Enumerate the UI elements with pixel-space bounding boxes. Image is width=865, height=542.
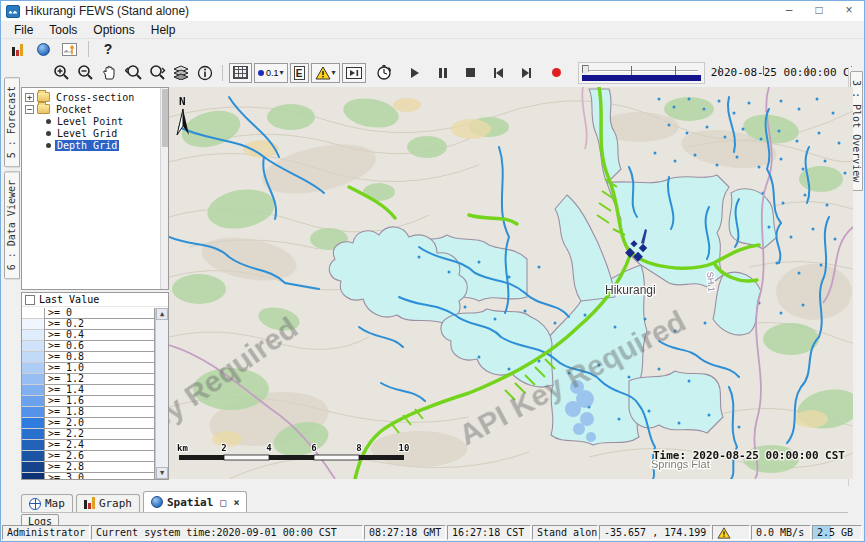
elevation-button[interactable]: E xyxy=(290,63,309,83)
zoom-in-icon[interactable] xyxy=(50,63,72,83)
tree-label[interactable]: Level Point xyxy=(55,116,125,127)
collapse-icon[interactable]: − xyxy=(25,105,34,114)
skip-end-button[interactable] xyxy=(516,63,538,83)
tree-row-level-point[interactable]: Level Point xyxy=(22,115,168,127)
tab-data-viewer[interactable]: 6 : Data Viewer xyxy=(4,171,20,279)
tab-spatial[interactable]: Spatial □ × xyxy=(143,491,247,512)
tab-close-icon[interactable]: × xyxy=(233,497,239,508)
node-bullet-icon xyxy=(46,119,51,124)
tree-row-level-grid[interactable]: Level Grid xyxy=(22,127,168,139)
map-canvas[interactable]: API Key Required API Key Required Hikura… xyxy=(169,87,853,479)
layer-tree-panel: + Cross-section − Pocket Level Point Lev… xyxy=(21,87,169,290)
skip-start-button[interactable] xyxy=(488,63,510,83)
tree-label-selected[interactable]: Depth Grid xyxy=(55,140,119,151)
tab-forecast[interactable]: 5 : Forecast xyxy=(4,77,20,167)
tree-scrollbar[interactable] xyxy=(160,88,168,289)
grid-layer-button[interactable] xyxy=(229,63,252,83)
maximize-button[interactable]: □ xyxy=(804,1,834,21)
close-button[interactable]: × xyxy=(834,1,864,21)
play-button[interactable] xyxy=(404,63,426,83)
scale-tick: 8 xyxy=(356,443,361,453)
timeline-slider[interactable] xyxy=(578,62,705,84)
animation-clock-icon[interactable] xyxy=(374,63,396,83)
scroll-down-icon[interactable]: ▼ xyxy=(156,467,168,479)
legend-scrollbar[interactable]: ▲ ▼ xyxy=(155,308,168,479)
legend-swatch xyxy=(22,462,44,473)
chart-glyph xyxy=(62,43,77,56)
legend-entry: >= 1.4 xyxy=(22,385,155,396)
timeseries-display-icon[interactable] xyxy=(58,40,80,58)
legend-entry: >= 2.4 xyxy=(22,440,155,451)
scale-tick: 4 xyxy=(266,443,272,453)
status-mode: Stand alone xyxy=(532,525,598,540)
status-gmt-time: 08:27:18 GMT xyxy=(364,525,446,540)
warning-dropdown[interactable]: ▾ xyxy=(311,63,340,83)
minimize-button[interactable]: – xyxy=(774,1,804,21)
chevron-down-icon: ▾ xyxy=(332,68,336,77)
threshold-dropdown[interactable]: 0.1 ▾ xyxy=(254,63,288,83)
legend-entry: >= 2.2 xyxy=(22,429,155,440)
tree-label[interactable]: Pocket xyxy=(54,104,94,115)
tree-scroll-thumb[interactable] xyxy=(162,89,168,147)
stop-button[interactable] xyxy=(460,63,482,83)
scale-tick: 6 xyxy=(311,443,316,453)
map-time-label: Time: 2020-08-25 00:00:00 CST xyxy=(653,449,845,462)
window-title: Hikurangi FEWS (Stand alone) xyxy=(25,4,189,18)
menu-options[interactable]: Options xyxy=(85,23,142,37)
status-warning-cell[interactable] xyxy=(712,525,750,540)
spatial-tab-icon xyxy=(151,496,163,508)
tab-graph[interactable]: Graph xyxy=(76,494,140,512)
pause-button[interactable] xyxy=(432,63,454,83)
road-label: SH 1 xyxy=(705,271,717,292)
help-icon[interactable]: ? xyxy=(97,40,119,58)
zoom-out-icon[interactable] xyxy=(74,63,96,83)
main-toolbar: ? xyxy=(2,39,863,59)
tab-spatial-label: Spatial xyxy=(167,496,213,509)
toolbar-separator xyxy=(222,65,223,81)
expand-icon[interactable]: + xyxy=(25,93,34,102)
pan-icon[interactable] xyxy=(98,63,120,83)
menu-bar: File Tools Options Help xyxy=(2,21,863,39)
legend-entry: >= 1.6 xyxy=(22,396,155,407)
map-display-icon[interactable] xyxy=(32,40,54,58)
north-label: N xyxy=(179,95,186,108)
menu-file[interactable]: File xyxy=(6,23,41,37)
legend-entry: >= 2.8 xyxy=(22,462,155,473)
tree-label[interactable]: Level Grid xyxy=(55,128,119,139)
left-tab-strip: 5 : Forecast 6 : Data Viewer xyxy=(2,75,21,486)
scale-tick: 10 xyxy=(399,443,410,453)
legend-entry: >= 1.2 xyxy=(22,374,155,385)
info-icon[interactable] xyxy=(194,63,216,83)
status-system-time: Current system time:2020-09-01 00:00 CST xyxy=(91,525,363,540)
status-bar: Administrator Current system time:2020-0… xyxy=(2,525,863,540)
database-icon[interactable] xyxy=(6,40,28,58)
timeline-range-bar xyxy=(582,75,701,81)
scale-unit: km xyxy=(177,443,188,453)
tree-label[interactable]: Cross-section xyxy=(54,92,136,103)
status-coordinates: -35.657 , 174.199 xyxy=(599,525,711,540)
play-box-icon xyxy=(346,67,362,79)
tree-row-pocket[interactable]: − Pocket xyxy=(22,103,168,115)
display-button[interactable] xyxy=(342,63,366,83)
status-local-time: 16:27:18 CST xyxy=(447,525,531,540)
tree-row-depth-grid[interactable]: Depth Grid xyxy=(22,139,168,151)
scroll-up-icon[interactable]: ▲ xyxy=(156,308,168,320)
tab-map[interactable]: Map xyxy=(21,494,73,512)
graph-tab-icon xyxy=(84,498,95,509)
legend-label: >= 3.0 xyxy=(44,473,155,479)
layers-icon[interactable] xyxy=(170,63,192,83)
zoom-previous-icon[interactable] xyxy=(122,63,144,83)
menu-tools[interactable]: Tools xyxy=(41,23,85,37)
legend-entry: >= 2.6 xyxy=(22,451,155,462)
skip-start-icon xyxy=(494,68,503,78)
zoom-next-icon[interactable] xyxy=(146,63,168,83)
legend-swatch xyxy=(22,352,44,363)
menu-help[interactable]: Help xyxy=(143,23,184,37)
legend-entry: >= 0.4 xyxy=(22,330,155,341)
legend-swatch xyxy=(22,407,44,418)
tab-maximize-icon[interactable]: □ xyxy=(220,497,226,508)
record-button[interactable] xyxy=(546,63,568,83)
status-user: Administrator xyxy=(2,525,90,540)
last-value-checkbox[interactable] xyxy=(25,295,35,305)
toolbar-separator xyxy=(88,41,89,57)
